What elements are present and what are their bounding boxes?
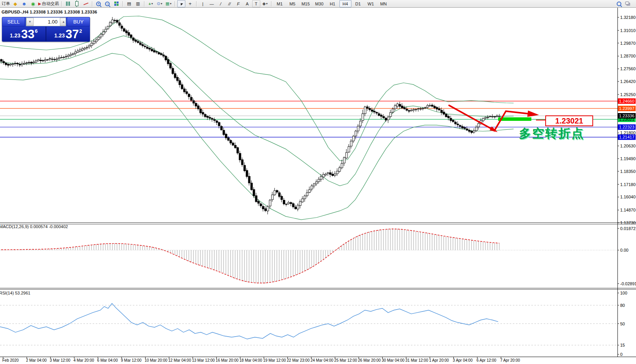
horizontal-line-tool-button[interactable]: — — [208, 0, 216, 7]
timeframe-h4[interactable]: H4 — [339, 0, 351, 7]
svg-text:1.26420: 1.26420 — [620, 79, 636, 84]
text-label-tool-button[interactable]: T — [252, 0, 260, 7]
play-icon: ▶ — [38, 2, 41, 6]
indicator-window-button-2[interactable]: ▥ — [134, 0, 142, 7]
shapes-tool-button[interactable]: ◆▾ — [261, 0, 269, 7]
timeframe-group: M1M5M15M30H1H4D1W1MN — [273, 0, 390, 7]
candlestick-icon — [75, 1, 78, 6]
vertical-line-tool-button[interactable]: | — [199, 0, 207, 7]
svg-text:3 Apr 04:00: 3 Apr 04:00 — [453, 358, 473, 362]
timeframe-h1[interactable]: H1 — [327, 0, 339, 7]
buy-price-sup: 2 — [79, 28, 82, 34]
svg-text:Feb 2020: Feb 2020 — [2, 358, 19, 362]
bar-chart-mode-button[interactable] — [64, 0, 72, 7]
svg-text:15: 15 — [620, 343, 625, 347]
svg-text:1.32180: 1.32180 — [620, 15, 636, 20]
svg-text:1.19490: 1.19490 — [620, 156, 636, 161]
timeframe-w1[interactable]: W1 — [365, 0, 377, 7]
timeframe-m30[interactable]: M30 — [313, 0, 326, 7]
svg-text:100: 100 — [620, 291, 627, 295]
volume-input[interactable] — [34, 18, 60, 26]
sell-button[interactable]: SELL — [2, 17, 25, 27]
sell-price-small: 1.23 — [10, 32, 20, 39]
svg-text:1.28700: 1.28700 — [620, 54, 636, 58]
svg-text:0.00: 0.00 — [620, 248, 628, 252]
bands-layer — [0, 16, 514, 220]
zoom-in-icon: + — [96, 2, 101, 6]
auto-trading-button[interactable]: ▶ 自动交易 — [38, 0, 59, 7]
separator — [175, 1, 175, 7]
search-icon — [617, 2, 621, 6]
timeframe-m1[interactable]: M1 — [274, 0, 286, 7]
main-toolbar: 订单 ◆ ☻ ◉ ▶ 自动交易 + − ▤ ▥ +▾ ⊙▾ ▦▾ + | — [0, 0, 636, 8]
svg-text:1.14870: 1.14870 — [620, 208, 636, 212]
timeframe-mn[interactable]: MN — [378, 0, 390, 7]
chevron-down-icon: ▾ — [161, 2, 162, 5]
svg-text:1 Apr 20:00: 1 Apr 20:00 — [429, 358, 449, 362]
channel-tool-button[interactable]: // — [225, 0, 234, 7]
svg-text:-0.028913: -0.028913 — [620, 281, 636, 286]
chart-region: 1.321801.310101.298701.287001.275601.264… — [0, 8, 636, 364]
timeframe-m15[interactable]: M15 — [299, 0, 312, 7]
svg-text:26 Mar 20:00: 26 Mar 20:00 — [358, 358, 381, 362]
svg-text:1.17180: 1.17180 — [620, 182, 636, 187]
chat-icon — [625, 2, 629, 5]
buy-price-small: 1.23 — [54, 32, 65, 39]
volume-decrease-button[interactable]: ▼ — [26, 18, 34, 26]
chart-canvas[interactable]: 1.321801.310101.298701.287001.275601.264… — [0, 8, 636, 364]
line-chart-mode-button[interactable] — [82, 0, 90, 7]
fibonacci-tool-button[interactable]: F — [234, 0, 243, 7]
one-click-trading-panel: SELL ▼ ▲ BUY 1.23 33 6 1.23 37 2 — [2, 17, 90, 42]
volume-increase-button[interactable]: ▲ — [60, 18, 66, 26]
cursor-tool-button[interactable] — [177, 0, 185, 7]
period-button[interactable]: ⊙▾ — [156, 0, 164, 7]
buy-price-big: 37 — [66, 29, 79, 39]
separator — [122, 1, 123, 7]
tile-windows-button[interactable] — [112, 0, 120, 7]
crosshair-tool-button[interactable]: + — [186, 0, 194, 7]
svg-text:1.22323: 1.22323 — [619, 125, 634, 129]
zoom-out-icon: − — [105, 2, 110, 6]
chat-button[interactable] — [624, 0, 632, 7]
auto-trading-label: 自动交易 — [42, 1, 59, 7]
svg-text:1.24660: 1.24660 — [619, 99, 634, 103]
candlestick-mode-button[interactable] — [73, 0, 81, 7]
svg-text:1.25250: 1.25250 — [620, 92, 636, 97]
template-button[interactable]: ▦▾ — [165, 0, 173, 7]
svg-text:25 Mar 12:00: 25 Mar 12:00 — [334, 358, 357, 362]
buy-button[interactable]: BUY — [67, 17, 90, 27]
timeframe-m5[interactable]: M5 — [287, 0, 298, 7]
zoom-out-button[interactable]: − — [103, 0, 112, 7]
svg-text:24 Mar 04:00: 24 Mar 04:00 — [310, 358, 333, 362]
svg-text:1.29870: 1.29870 — [620, 41, 636, 46]
trendline-tool-button[interactable]: / — [216, 0, 226, 7]
svg-text:3 Mar 12:00: 3 Mar 12:00 — [50, 358, 71, 362]
text-tool-button[interactable]: A — [243, 0, 251, 7]
svg-text:1.16040: 1.16040 — [620, 195, 636, 199]
order-button[interactable]: 订单 — [1, 0, 10, 7]
cursor-icon — [180, 2, 183, 5]
time-axis[interactable]: Feb 20202 Mar 04:003 Mar 12:004 Mar 20:0… — [2, 357, 520, 362]
zoom-in-button[interactable]: + — [95, 0, 103, 7]
buy-price-display[interactable]: 1.23 37 2 — [46, 27, 90, 41]
svg-text:22 Mar 23:00: 22 Mar 23:00 — [287, 358, 310, 362]
rsi-pane — [0, 303, 617, 345]
price-axis[interactable]: 1.321801.310101.298701.287001.275601.264… — [617, 15, 636, 357]
svg-text:31 Mar 12:00: 31 Mar 12:00 — [405, 358, 428, 362]
sell-price-sup: 6 — [35, 28, 37, 34]
svg-text:6 Mar 04:00: 6 Mar 04:00 — [97, 358, 118, 362]
add-indicator-button[interactable]: +▾ — [147, 0, 155, 7]
separator — [271, 1, 272, 7]
market-watch-icon[interactable]: ☻ — [20, 0, 28, 7]
signals-icon[interactable]: ◉ — [29, 0, 37, 7]
svg-text:2 Mar 04:00: 2 Mar 04:00 — [26, 358, 47, 362]
timeframe-d1[interactable]: D1 — [352, 0, 364, 7]
sell-price-display[interactable]: 1.23 33 6 — [2, 27, 46, 41]
macd-pane — [0, 229, 617, 284]
svg-text:50: 50 — [620, 322, 625, 326]
new-order-icon[interactable]: ◆ — [11, 0, 19, 7]
svg-text:10 Mar 20:00: 10 Mar 20:00 — [144, 358, 167, 362]
indicator-window-button-1[interactable]: ▤ — [125, 0, 133, 7]
search-button[interactable] — [615, 0, 623, 7]
symbol-info: GBPUSD-,H4 1.23308 1.23336 1.23308 1.233… — [2, 10, 97, 14]
